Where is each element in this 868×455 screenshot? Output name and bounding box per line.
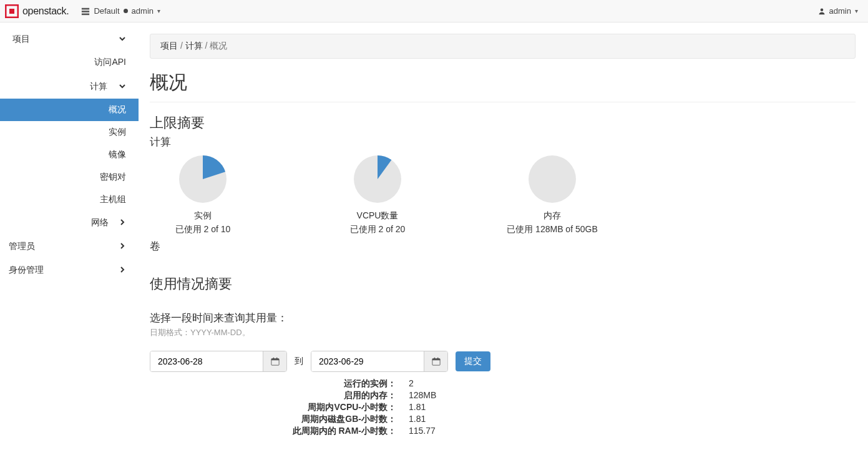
stat-label: 启用的内存： bbox=[150, 390, 396, 401]
brand-logo[interactable]: openstack. bbox=[5, 4, 69, 18]
breadcrumb-current: 概况 bbox=[210, 41, 227, 51]
stat-row: 启用的内存： 128MB bbox=[150, 390, 856, 401]
breadcrumb-compute[interactable]: 计算 bbox=[185, 41, 203, 51]
date-from-input[interactable] bbox=[150, 351, 263, 371]
stat-row: 周期内磁盘GB-小时数： 1.81 bbox=[150, 414, 856, 425]
svg-rect-15 bbox=[434, 358, 435, 360]
svg-rect-3 bbox=[82, 11, 89, 12]
breadcrumb: 项目 / 计算 / 概况 bbox=[150, 34, 856, 59]
nav-label: 项目 bbox=[12, 34, 30, 45]
chevron-right-icon bbox=[119, 218, 126, 228]
nav-keypairs[interactable]: 密钥对 bbox=[0, 166, 139, 188]
nav-network[interactable]: 网络 bbox=[0, 211, 139, 235]
submit-button[interactable]: 提交 bbox=[456, 351, 490, 371]
chevron-down-icon bbox=[119, 34, 126, 44]
pie-vcpus bbox=[353, 154, 402, 204]
topbar: openstack. Default admin ▾ admin ▾ bbox=[0, 0, 868, 22]
openstack-icon bbox=[5, 4, 19, 18]
chevron-down-icon bbox=[119, 82, 126, 92]
stat-row: 运行的实例： 2 bbox=[150, 378, 856, 389]
quota-usage: 已使用 128MB of 50GB bbox=[507, 224, 598, 235]
nav-api[interactable]: 访问API bbox=[0, 51, 139, 74]
caret-down-icon: ▾ bbox=[157, 7, 160, 14]
date-range-row: 到 提交 bbox=[150, 351, 856, 372]
stat-value: 1.81 bbox=[409, 414, 426, 424]
stat-row: 此周期内的 RAM-小时数： 115.77 bbox=[150, 426, 856, 437]
chevron-right-icon bbox=[119, 242, 126, 252]
date-format-hint: 日期格式：YYYY-MM-DD。 bbox=[150, 327, 856, 338]
project-selector[interactable]: Default admin ▾ bbox=[81, 6, 160, 16]
quota-usage: 已使用 2 of 10 bbox=[175, 224, 231, 235]
nav-label: 身份管理 bbox=[9, 265, 44, 276]
nav-project[interactable]: 项目 bbox=[0, 27, 139, 51]
calendar-icon bbox=[432, 357, 441, 366]
nav-images[interactable]: 镜像 bbox=[0, 144, 139, 166]
project-label: admin bbox=[132, 6, 154, 16]
stat-value: 2 bbox=[409, 378, 414, 388]
to-label: 到 bbox=[295, 356, 303, 367]
user-label: admin bbox=[829, 6, 851, 16]
stat-value: 128MB bbox=[409, 390, 436, 400]
quota-ram: 内存 已使用 128MB of 50GB bbox=[499, 154, 605, 235]
nav-instances[interactable]: 实例 bbox=[0, 121, 139, 144]
nav-admin[interactable]: 管理员 bbox=[0, 235, 139, 258]
quota-usage: 已使用 2 of 20 bbox=[350, 224, 406, 235]
calendar-icon bbox=[271, 357, 280, 366]
date-prompt: 选择一段时间来查询其用量： bbox=[150, 311, 856, 325]
brand-name: openstack. bbox=[22, 6, 69, 17]
usage-stats: 运行的实例： 2 启用的内存： 128MB 周期内VCPU-小时数： 1.81 … bbox=[150, 378, 856, 437]
user-icon bbox=[818, 7, 826, 15]
svg-rect-11 bbox=[273, 358, 274, 360]
date-to-input[interactable] bbox=[311, 351, 424, 371]
breadcrumb-project[interactable]: 项目 bbox=[160, 41, 178, 51]
stat-label: 周期内VCPU-小时数： bbox=[150, 402, 396, 413]
domain-icon bbox=[81, 7, 90, 16]
quota-label: 内存 bbox=[544, 210, 561, 222]
nav-overview[interactable]: 概况 bbox=[0, 99, 139, 121]
user-menu[interactable]: admin ▾ bbox=[818, 6, 858, 16]
svg-rect-16 bbox=[437, 358, 438, 360]
stat-value: 1.81 bbox=[409, 402, 426, 412]
quota-instances: 实例 已使用 2 of 10 bbox=[150, 154, 256, 235]
quota-label: VCPU数量 bbox=[357, 210, 399, 222]
stat-label: 周期内磁盘GB-小时数： bbox=[150, 414, 396, 425]
dot-separator-icon bbox=[124, 9, 128, 13]
svg-rect-1 bbox=[9, 9, 14, 14]
date-from-group bbox=[150, 351, 287, 372]
svg-rect-4 bbox=[82, 13, 89, 15]
svg-point-8 bbox=[529, 155, 576, 203]
pie-instances bbox=[178, 154, 228, 204]
divider bbox=[150, 102, 856, 102]
svg-rect-10 bbox=[271, 359, 278, 361]
nav-hostgroups[interactable]: 主机组 bbox=[0, 188, 139, 211]
stat-label: 运行的实例： bbox=[150, 378, 396, 389]
svg-rect-2 bbox=[82, 7, 89, 9]
stat-value: 115.77 bbox=[409, 426, 436, 436]
sidebar: 项目 访问API 计算 概况 实例 镜像 密钥对 主机组 网络 管理员 身份 bbox=[0, 22, 139, 455]
caret-down-icon: ▾ bbox=[855, 7, 858, 14]
stat-label: 此周期内的 RAM-小时数： bbox=[150, 426, 396, 437]
calendar-from-button[interactable] bbox=[263, 351, 286, 371]
nav-label: 网络 bbox=[91, 217, 109, 228]
compute-subtitle: 计算 bbox=[150, 135, 856, 149]
stat-row: 周期内VCPU-小时数： 1.81 bbox=[150, 402, 856, 413]
limits-title: 上限摘要 bbox=[150, 114, 856, 132]
nav-label: 管理员 bbox=[9, 241, 35, 252]
quota-label: 实例 bbox=[194, 210, 212, 222]
nav-compute[interactable]: 计算 bbox=[0, 75, 139, 99]
svg-point-5 bbox=[820, 8, 823, 11]
svg-rect-12 bbox=[276, 358, 277, 360]
nav-identity[interactable]: 身份管理 bbox=[0, 258, 139, 282]
page-title: 概况 bbox=[150, 70, 856, 95]
quota-charts: 实例 已使用 2 of 10 VCPU数量 已使用 2 of 20 内存 已使用… bbox=[150, 154, 856, 235]
quota-vcpus: VCPU数量 已使用 2 of 20 bbox=[324, 154, 431, 235]
usage-title: 使用情况摘要 bbox=[150, 275, 856, 293]
calendar-to-button[interactable] bbox=[424, 351, 447, 371]
nav-label: 计算 bbox=[90, 81, 107, 92]
main-content: 项目 / 计算 / 概况 概况 上限摘要 计算 实例 已使用 2 of 10 bbox=[139, 22, 868, 455]
volume-subtitle: 卷 bbox=[150, 239, 856, 253]
pie-ram bbox=[527, 154, 577, 204]
breadcrumb-sep: / bbox=[180, 41, 185, 51]
date-to-group bbox=[311, 351, 448, 372]
domain-label: Default bbox=[94, 6, 119, 16]
